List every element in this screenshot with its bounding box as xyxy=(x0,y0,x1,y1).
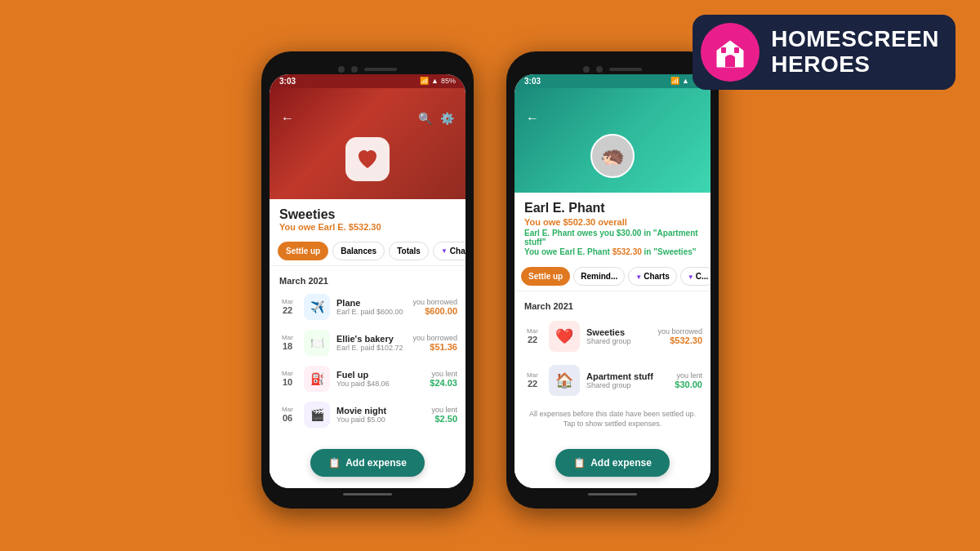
expense-info-movie: Movie night You paid $5.00 xyxy=(336,406,425,424)
detail-apartment: Earl E. Phant owes you $30.00 in "Apartm… xyxy=(524,229,701,247)
month-march-left: March 2021 xyxy=(270,271,466,289)
expense-icon-plane: ✈️ xyxy=(304,294,330,320)
tab-balances-left[interactable]: Balances xyxy=(332,242,385,260)
camera-left-2 xyxy=(351,66,358,73)
contact-info-section: Earl E. Phant You owe $502.30 overall Ea… xyxy=(514,193,710,262)
signal-icon: 📶 xyxy=(420,77,429,85)
back-arrow-left[interactable]: ← xyxy=(281,111,294,126)
expense-info-bakery: Ellie's bakery Earl E. paid $102.72 xyxy=(336,334,406,352)
expense-date-plane: Mar 22 xyxy=(278,298,297,315)
expense-list-left: March 2021 Mar 22 ✈️ Plane Earl E. paid … xyxy=(270,266,466,436)
earl-title: Earl E. Phant xyxy=(524,201,701,216)
sweeties-title-section: Sweeties You owe Earl E. $532.30 xyxy=(270,199,466,237)
group-amount-apartment: you lent $30.00 xyxy=(675,371,702,389)
tab-settle-up-left[interactable]: Settle up xyxy=(278,242,328,260)
group-apartment: Mar 22 🏠 Apartment stuff Shared group yo… xyxy=(514,358,710,402)
screen-left: 3:03 📶 ▲ 85% ← 🔍 ⚙️ xyxy=(270,74,466,488)
expense-plane: Mar 22 ✈️ Plane Earl E. paid $600.00 you… xyxy=(270,289,466,325)
add-expense-button-left[interactable]: 📋 Add expense xyxy=(310,449,425,477)
detail-sweeties: You owe Earl E. Phant $532.30 in "Sweeti… xyxy=(524,247,701,256)
tab-more-right[interactable]: C... xyxy=(680,267,710,286)
owe-overall: You owe $502.30 overall xyxy=(524,217,701,227)
wifi-icon-right: ▲ xyxy=(682,77,689,85)
expense-icon-fuel: ⛽ xyxy=(304,366,330,392)
battery-left: 85% xyxy=(441,77,456,85)
camera-row-right xyxy=(514,63,710,73)
group-amount-sweeties: you borrowed $532.30 xyxy=(657,327,702,345)
home-bar-left xyxy=(343,493,392,495)
group-date-sweeties: Mar 22 xyxy=(523,327,542,344)
expense-amount-bakery: you borrowed $51.36 xyxy=(412,334,457,352)
add-expense-container-right: 📋 Add expense xyxy=(514,436,710,488)
expense-amount-plane: you borrowed $600.00 xyxy=(412,298,457,316)
add-expense-container-left: 📋 Add expense xyxy=(270,436,466,488)
phone-bottom-left xyxy=(270,488,466,497)
tab-charts-left[interactable]: Cha... xyxy=(433,242,466,260)
tab-settle-up-right[interactable]: Settle up xyxy=(521,267,570,286)
left-header: ← 🔍 ⚙️ xyxy=(270,88,466,199)
expense-date-bakery: Mar 18 xyxy=(278,334,297,351)
expense-icon-movie: 🎬 xyxy=(304,402,330,428)
settings-icon-left[interactable]: ⚙️ xyxy=(440,112,454,125)
month-march-right: March 2021 xyxy=(514,296,710,314)
group-icon-apartment: 🏠 xyxy=(549,365,580,396)
group-info-sweeties: Sweeties Shared group xyxy=(586,327,651,345)
expense-fuel: Mar 10 ⛽ Fuel up You paid $48.06 you len… xyxy=(270,361,466,397)
earl-avatar: 🦔 xyxy=(590,134,635,178)
phone-right: 3:03 📶 ▲ 🔋 ← 🦔 Ea xyxy=(506,51,719,509)
sweeties-logo xyxy=(345,137,390,181)
svg-rect-1 xyxy=(734,47,739,53)
expense-icon-bakery: 🍽️ xyxy=(304,330,330,356)
time-left: 3:03 xyxy=(279,77,296,86)
expense-date-fuel: Mar 10 xyxy=(278,370,297,387)
right-tabs: Settle up Remind... Charts C... xyxy=(514,262,710,291)
group-date-apartment: Mar 22 xyxy=(523,371,542,389)
sweeties-title: Sweeties xyxy=(279,207,456,222)
signal-icon-right: 📶 xyxy=(670,77,679,85)
camera-right-2 xyxy=(596,66,603,73)
phones-container: 3:03 📶 ▲ 85% ← 🔍 ⚙️ xyxy=(261,51,719,509)
screen-right: 3:03 📶 ▲ 🔋 ← 🦔 Ea xyxy=(514,74,710,488)
tab-remind-right[interactable]: Remind... xyxy=(573,267,625,286)
expense-date-movie: Mar 06 xyxy=(278,406,297,423)
svg-rect-0 xyxy=(721,47,726,53)
camera-right-1 xyxy=(583,66,590,73)
phone-bottom-right xyxy=(514,488,710,497)
expense-info-fuel: Fuel up You paid $48.06 xyxy=(336,370,423,388)
settled-note: All expenses before this date have been … xyxy=(514,402,710,436)
tab-charts-right[interactable]: Charts xyxy=(628,267,677,286)
camera-row-left xyxy=(270,63,466,73)
homescreen-heroes-badge: HOMESCREEN HEROES xyxy=(693,15,956,90)
wifi-icon: ▲ xyxy=(431,77,439,85)
group-icon-sweeties: ❤️ xyxy=(549,321,580,352)
add-expense-button-right[interactable]: 📋 Add expense xyxy=(555,449,670,477)
status-right-left: 📶 ▲ 85% xyxy=(420,77,456,86)
speaker-right xyxy=(609,68,642,71)
badge-icon xyxy=(701,23,760,82)
group-sweeties: Mar 22 ❤️ Sweeties Shared group you borr… xyxy=(514,314,710,358)
badge-title: HOMESCREEN HEROES xyxy=(771,27,939,78)
expense-bakery: Mar 18 🍽️ Ellie's bakery Earl E. paid $1… xyxy=(270,325,466,361)
speaker-left xyxy=(364,68,397,71)
add-expense-icon-left: 📋 xyxy=(328,457,341,469)
right-header: ← 🦔 xyxy=(514,88,710,193)
group-list-right: March 2021 Mar 22 ❤️ Sweeties Shared gro… xyxy=(514,291,710,436)
expense-amount-movie: you lent $2.50 xyxy=(431,406,457,424)
phone-left: 3:03 📶 ▲ 85% ← 🔍 ⚙️ xyxy=(261,51,474,509)
expense-info-plane: Plane Earl E. paid $600.00 xyxy=(336,298,406,316)
left-tabs: Settle up Balances Totals Cha... xyxy=(270,237,466,266)
group-info-apartment: Apartment stuff Shared group xyxy=(586,371,668,389)
camera-left-1 xyxy=(338,66,345,73)
time-right: 3:03 xyxy=(524,77,541,86)
expense-movie: Mar 06 🎬 Movie night You paid $5.00 you … xyxy=(270,397,466,433)
search-icon-left[interactable]: 🔍 xyxy=(418,112,432,125)
tab-totals-left[interactable]: Totals xyxy=(389,242,429,260)
home-bar-right xyxy=(588,493,637,495)
back-arrow-right[interactable]: ← xyxy=(526,111,539,126)
expense-amount-fuel: you lent $24.03 xyxy=(430,370,457,388)
add-expense-icon-right: 📋 xyxy=(573,457,586,469)
sweeties-subtitle: You owe Earl E. $532.30 xyxy=(279,222,456,232)
